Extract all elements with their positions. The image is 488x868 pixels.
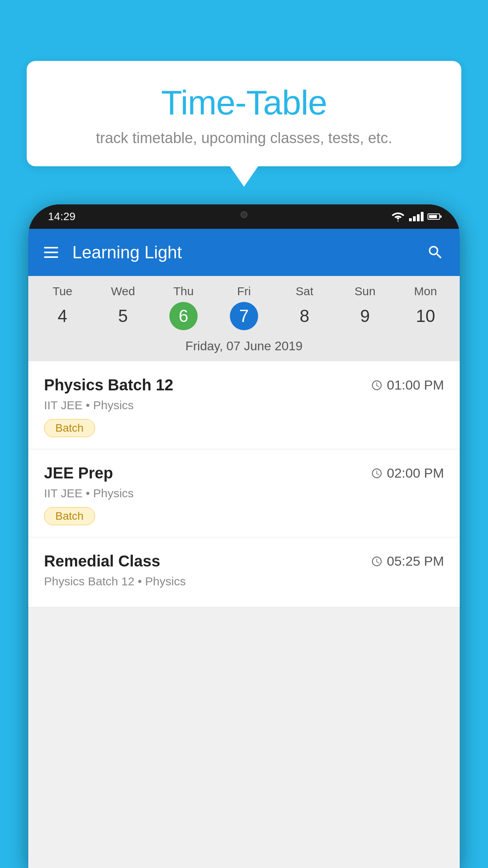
feature-subtitle: track timetable, upcoming classes, tests… xyxy=(50,130,438,147)
day-item-thu[interactable]: Thu 6 xyxy=(153,285,214,330)
selected-date: Friday, 07 June 2019 xyxy=(28,334,460,361)
clock-icon-1 xyxy=(371,379,383,391)
day-name-sat: Sat xyxy=(295,285,313,298)
days-row: Tue 4 Wed 5 Thu 6 Fri 7 Sat 8 xyxy=(28,276,460,334)
day-name-tue: Tue xyxy=(53,285,73,298)
search-icon[interactable] xyxy=(427,244,444,261)
day-name-wed: Wed xyxy=(111,285,135,298)
app-header: Learning Light xyxy=(28,229,460,276)
camera-dot xyxy=(240,211,248,218)
schedule-item-2-header: JEE Prep 02:00 PM xyxy=(44,464,444,482)
signal-icon xyxy=(409,212,424,221)
day-number-sun: 9 xyxy=(351,302,379,330)
schedule-item-2-subtitle: IIT JEE • Physics xyxy=(44,487,444,500)
schedule-item-3-subtitle: Physics Batch 12 • Physics xyxy=(44,575,444,588)
clock-icon-2 xyxy=(371,467,383,479)
wifi-icon xyxy=(391,211,405,222)
day-name-mon: Mon xyxy=(414,285,437,298)
day-number-sat: 8 xyxy=(290,302,319,330)
feature-card: Time-Table track timetable, upcoming cla… xyxy=(27,61,461,166)
schedule-item-1-time: 01:00 PM xyxy=(371,377,444,393)
schedule-item-1-title: Physics Batch 12 xyxy=(44,376,173,394)
batch-badge-2: Batch xyxy=(44,507,95,525)
schedule-item-2-time: 02:00 PM xyxy=(371,465,444,481)
phone-notch xyxy=(220,204,268,225)
day-name-fri: Fri xyxy=(237,285,251,298)
day-item-mon[interactable]: Mon 10 xyxy=(395,285,456,330)
day-number-fri: 7 xyxy=(230,302,258,330)
status-icons xyxy=(391,211,440,222)
day-item-tue[interactable]: Tue 4 xyxy=(32,285,93,330)
phone-screen: Learning Light Tue 4 Wed 5 Thu 6 xyxy=(28,229,460,868)
day-name-thu: Thu xyxy=(173,285,194,298)
day-item-wed[interactable]: Wed 5 xyxy=(93,285,153,330)
schedule-item-2-time-text: 02:00 PM xyxy=(387,465,444,481)
schedule-item-2-title: JEE Prep xyxy=(44,464,113,482)
schedule-list: Physics Batch 12 01:00 PM IIT JEE • Phys… xyxy=(28,361,460,607)
day-item-sun[interactable]: Sun 9 xyxy=(335,285,395,330)
schedule-item-2[interactable]: JEE Prep 02:00 PM IIT JEE • Physics Batc… xyxy=(28,449,460,537)
schedule-item-3-time-text: 05:25 PM xyxy=(387,554,444,569)
speech-bubble: Time-Table track timetable, upcoming cla… xyxy=(27,61,461,166)
calendar-section: Tue 4 Wed 5 Thu 6 Fri 7 Sat 8 xyxy=(28,276,460,361)
schedule-item-3-title: Remedial Class xyxy=(44,552,160,570)
day-name-sun: Sun xyxy=(354,285,375,298)
schedule-item-3-header: Remedial Class 05:25 PM xyxy=(44,552,444,570)
schedule-item-1-subtitle: IIT JEE • Physics xyxy=(44,399,444,412)
day-number-thu: 6 xyxy=(169,302,198,330)
schedule-item-1-header: Physics Batch 12 01:00 PM xyxy=(44,376,444,394)
phone-frame: 14:29 xyxy=(28,204,460,868)
day-number-mon: 10 xyxy=(411,302,440,330)
schedule-item-1[interactable]: Physics Batch 12 01:00 PM IIT JEE • Phys… xyxy=(28,361,460,449)
day-number-wed: 5 xyxy=(109,302,137,330)
schedule-item-3[interactable]: Remedial Class 05:25 PM Physics Batch 12… xyxy=(28,537,460,607)
batch-badge-1: Batch xyxy=(44,419,95,437)
schedule-item-1-time-text: 01:00 PM xyxy=(387,377,444,393)
schedule-item-3-time: 05:25 PM xyxy=(371,554,444,569)
day-item-sat[interactable]: Sat 8 xyxy=(274,285,335,330)
battery-icon xyxy=(427,213,440,220)
feature-title: Time-Table xyxy=(50,83,438,123)
status-time: 14:29 xyxy=(48,210,75,223)
day-item-fri[interactable]: Fri 7 xyxy=(214,285,274,330)
clock-icon-3 xyxy=(371,555,383,567)
hamburger-menu-icon[interactable] xyxy=(44,247,58,258)
day-number-tue: 4 xyxy=(48,302,77,330)
app-title: Learning Light xyxy=(72,243,427,262)
